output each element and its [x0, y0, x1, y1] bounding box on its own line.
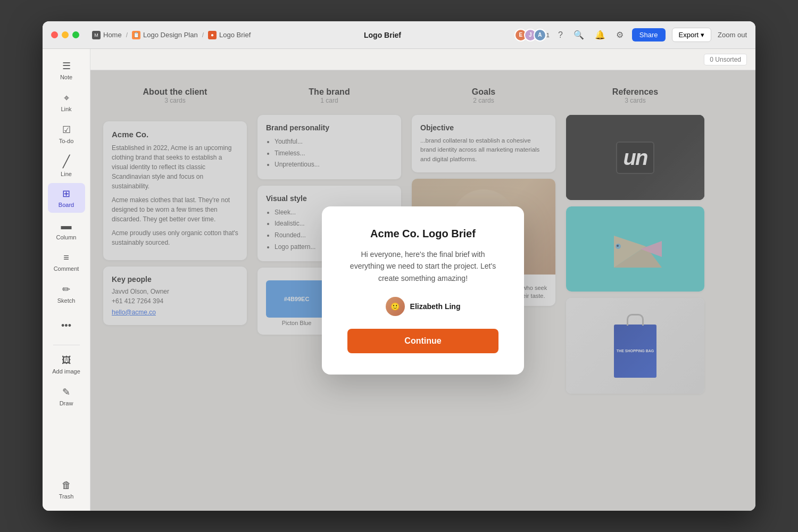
breadcrumb-sep-2: / [202, 31, 204, 39]
sidebar-item-column[interactable]: ▬ Column [48, 215, 85, 245]
author-avatar: 🙂 [386, 297, 405, 316]
zoom-out-button[interactable]: Zoom out [718, 31, 747, 39]
export-label: Export [679, 31, 699, 39]
minimize-button[interactable] [62, 31, 69, 38]
search-button[interactable]: 🔍 [571, 29, 586, 41]
sidebar: ☰ Note ⌖ Link ☑ To-do ╱ Line ⊞ Board ▬ C… [43, 49, 90, 511]
sidebar-item-comment[interactable]: ≡ Comment [48, 247, 85, 277]
avatar-3: A [534, 29, 546, 41]
author-avatar-icon: 🙂 [390, 302, 400, 311]
export-chevron-icon: ▾ [701, 31, 704, 39]
author-name: Elizabeth Ling [410, 302, 461, 311]
breadcrumb-logo-plan[interactable]: 📋 Logo Design Plan [132, 31, 198, 39]
breadcrumb-home-label: Home [103, 31, 122, 39]
sidebar-item-todo[interactable]: ☑ To-do [48, 119, 85, 149]
trash-label: Trash [59, 493, 74, 500]
page-title: Logo Brief [257, 31, 508, 39]
sidebar-divider [53, 345, 80, 345]
avatar-stack: E J A 1 [514, 29, 550, 41]
line-icon: ╱ [63, 155, 70, 169]
sidebar-item-link[interactable]: ⌖ Link [48, 87, 85, 117]
breadcrumb-sep-1: / [126, 31, 128, 39]
sidebar-item-sketch[interactable]: ✏ Sketch [48, 279, 85, 309]
modal-dialog: Acme Co. Logo Brief Hi everyone, here's … [322, 206, 524, 375]
column-label: Column [56, 234, 77, 240]
breadcrumb-logo-brief[interactable]: ● Logo Brief [208, 31, 251, 39]
continue-button[interactable]: Continue [347, 329, 498, 353]
breadcrumb-logo-plan-label: Logo Design Plan [143, 31, 198, 39]
sidebar-item-note[interactable]: ☰ Note [48, 55, 85, 85]
avatar-count: 1 [546, 32, 550, 38]
trash-icon: 🗑 [62, 480, 71, 491]
export-button[interactable]: Export ▾ [672, 28, 712, 42]
modal-author: 🙂 Elizabeth Ling [347, 297, 498, 316]
titlebar: M Home / 📋 Logo Design Plan / ● Logo Bri… [43, 21, 755, 49]
logo-brief-icon: ● [208, 31, 217, 39]
link-icon: ⌖ [64, 93, 69, 104]
breadcrumb-home[interactable]: M Home [92, 31, 122, 39]
breadcrumb: M Home / 📋 Logo Design Plan / ● Logo Bri… [92, 31, 251, 39]
sidebar-item-more[interactable]: ••• [48, 311, 85, 340]
todo-icon: ☑ [62, 124, 71, 136]
draw-label: Draw [60, 400, 73, 406]
unsorted-badge: 0 Unsorted [704, 54, 747, 65]
modal-body: Hi everyone, here's the final brief with… [347, 248, 498, 284]
note-icon: ☰ [62, 60, 71, 72]
note-label: Note [60, 74, 72, 80]
traffic-lights [51, 31, 79, 38]
sidebar-item-board[interactable]: ⊞ Board [48, 183, 85, 213]
titlebar-actions: E J A 1 ? 🔍 🔔 ⚙ Share Export ▾ Zoom out [514, 28, 747, 42]
board-label: Board [59, 202, 74, 208]
sketch-label: Sketch [57, 297, 76, 304]
line-label: Line [61, 171, 72, 177]
app-window: M Home / 📋 Logo Design Plan / ● Logo Bri… [43, 21, 755, 511]
sketch-icon: ✏ [62, 284, 70, 295]
sidebar-item-add-image[interactable]: 🖼 Add image [48, 350, 85, 379]
comment-label: Comment [54, 265, 79, 272]
settings-button[interactable]: ⚙ [614, 29, 626, 41]
modal-overlay: Acme Co. Logo Brief Hi everyone, here's … [90, 70, 755, 511]
home-icon: M [92, 31, 101, 39]
close-button[interactable] [51, 31, 58, 38]
column-icon: ▬ [61, 220, 72, 232]
maximize-button[interactable] [72, 31, 79, 38]
sidebar-item-draw[interactable]: ✎ Draw [48, 381, 85, 411]
more-icon: ••• [61, 320, 71, 331]
add-image-label: Add image [52, 368, 80, 375]
main-layout: ☰ Note ⌖ Link ☑ To-do ╱ Line ⊞ Board ▬ C… [43, 49, 755, 511]
add-image-icon: 🖼 [62, 355, 71, 366]
todo-label: To-do [59, 138, 74, 144]
board-canvas[interactable]: About the client 3 cards 100% sustainabl… [90, 70, 755, 511]
modal-title: Acme Co. Logo Brief [347, 228, 498, 240]
logo-plan-icon: 📋 [132, 31, 140, 39]
draw-icon: ✎ [62, 386, 70, 398]
link-label: Link [61, 106, 71, 112]
content-area: 0 Unsorted About the client 3 cards 100% [90, 49, 755, 511]
content-toolbar: 0 Unsorted [90, 49, 755, 70]
help-button[interactable]: ? [556, 29, 565, 41]
share-button[interactable]: Share [632, 28, 666, 41]
notifications-button[interactable]: 🔔 [593, 29, 608, 41]
sidebar-item-trash[interactable]: 🗑 Trash [48, 475, 85, 504]
breadcrumb-logo-brief-label: Logo Brief [219, 31, 251, 39]
board-icon: ⊞ [62, 188, 70, 200]
sidebar-item-line[interactable]: ╱ Line [48, 151, 85, 181]
comment-icon: ≡ [63, 252, 69, 263]
